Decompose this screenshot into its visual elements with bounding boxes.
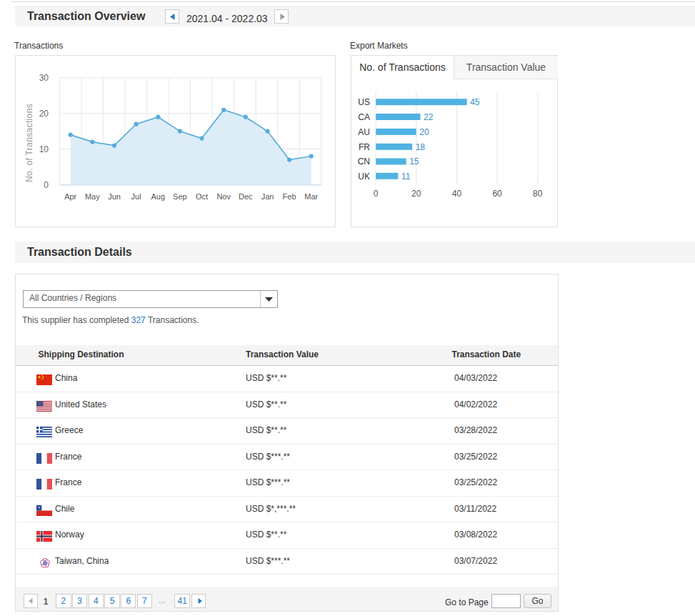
svg-text:60: 60 bbox=[492, 189, 502, 199]
svg-text:0: 0 bbox=[374, 189, 379, 199]
svg-text:AU: AU bbox=[358, 127, 370, 137]
svg-text:CA: CA bbox=[358, 112, 370, 122]
svg-text:80: 80 bbox=[533, 189, 543, 199]
svg-text:CN: CN bbox=[358, 157, 370, 167]
svg-text:20: 20 bbox=[419, 127, 429, 137]
svg-text:30: 30 bbox=[39, 73, 49, 83]
svg-text:Apr: Apr bbox=[64, 192, 76, 201]
svg-text:20: 20 bbox=[39, 109, 49, 119]
svg-text:Mar: Mar bbox=[304, 192, 318, 201]
svg-text:Jan: Jan bbox=[261, 192, 274, 201]
svg-text:Aug: Aug bbox=[151, 192, 166, 201]
svg-text:22: 22 bbox=[424, 112, 434, 122]
svg-text:15: 15 bbox=[409, 157, 419, 167]
svg-text:10: 10 bbox=[39, 144, 49, 154]
svg-text:FR: FR bbox=[359, 142, 370, 152]
svg-text:Dec: Dec bbox=[239, 192, 253, 201]
svg-text:0: 0 bbox=[44, 180, 49, 190]
svg-text:11: 11 bbox=[401, 172, 411, 182]
svg-text:Sep: Sep bbox=[173, 192, 187, 201]
svg-text:Oct: Oct bbox=[196, 192, 208, 201]
svg-text:Jul: Jul bbox=[131, 192, 141, 201]
svg-text:May: May bbox=[85, 192, 100, 201]
svg-text:Jun: Jun bbox=[108, 192, 121, 201]
svg-text:No. of Transactions: No. of Transactions bbox=[24, 104, 34, 182]
svg-text:Feb: Feb bbox=[283, 192, 296, 201]
svg-text:US: US bbox=[358, 97, 370, 107]
svg-text:18: 18 bbox=[416, 142, 426, 152]
svg-text:20: 20 bbox=[411, 189, 421, 199]
svg-text:40: 40 bbox=[452, 189, 462, 199]
svg-text:Nov: Nov bbox=[216, 192, 231, 201]
svg-text:45: 45 bbox=[470, 97, 480, 107]
svg-text:UK: UK bbox=[358, 172, 370, 182]
